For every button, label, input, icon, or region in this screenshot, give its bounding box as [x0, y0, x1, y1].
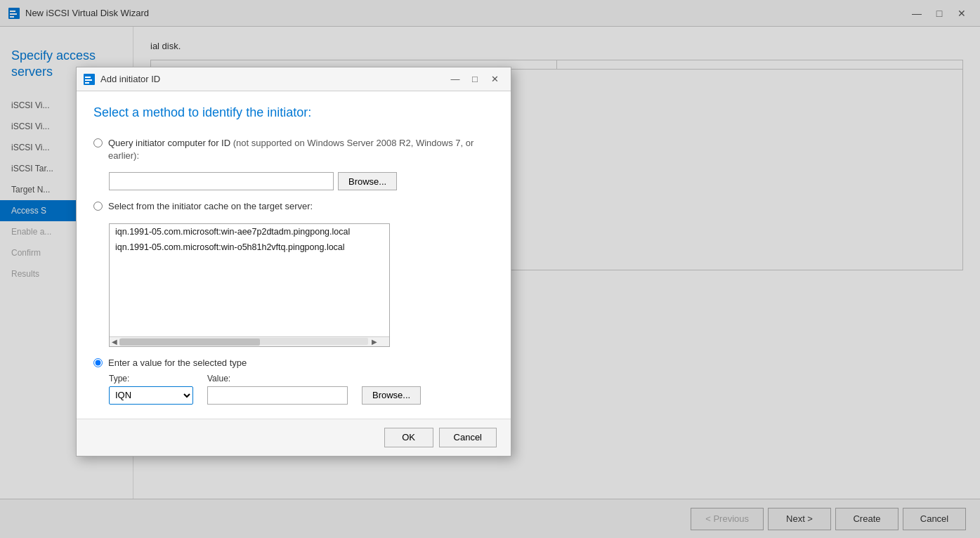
dialog-footer: OK Cancel [77, 419, 511, 456]
dialog-heading: Select a method to identify the initiato… [93, 105, 494, 120]
cache-list-item-2[interactable]: iqn.1991-05.com.microsoft:win-o5h81h2vft… [110, 240, 389, 255]
hscroll-thumb[interactable] [119, 339, 260, 346]
dialog-maximize-button[interactable]: □ [466, 72, 484, 87]
query-browse-button[interactable]: Browse... [338, 172, 397, 190]
query-input-row: Browse... [109, 172, 494, 190]
dialog-ok-button[interactable]: OK [384, 428, 433, 447]
wizard-window: New iSCSI Virtual Disk Wizard — □ ✕ Spec… [0, 0, 980, 538]
query-option-label: Query initiator computer for ID (not sup… [108, 137, 494, 162]
type-select[interactable]: IQN DNS IP MAC [109, 386, 193, 405]
cache-option-row: Select from the initiator cache on the t… [93, 200, 494, 213]
value-field-group: Value: [207, 374, 348, 405]
dialog-title-controls: — □ ✕ [446, 72, 504, 87]
dialog-title-text: Add initiator ID [100, 74, 440, 84]
svg-rect-7 [85, 82, 89, 84]
cache-option-label: Select from the initiator cache on the t… [108, 200, 313, 213]
query-option-row: Query initiator computer for ID (not sup… [93, 137, 494, 162]
value-text-input[interactable] [207, 386, 348, 405]
value-option-row: Enter a value for the selected type [93, 357, 494, 369]
dialog-minimize-button[interactable]: — [446, 72, 464, 87]
dialog-title-bar: Add initiator ID — □ ✕ [77, 67, 511, 91]
type-field-group: Type: IQN DNS IP MAC [109, 374, 193, 405]
cache-list-hscroll: ◀ ▶ [110, 336, 389, 346]
value-option-label: Enter a value for the selected type [108, 357, 247, 369]
svg-rect-6 [85, 79, 92, 81]
value-radio[interactable] [93, 358, 103, 367]
svg-rect-5 [85, 77, 91, 78]
hscroll-right-arrow[interactable]: ▶ [370, 338, 379, 346]
type-label: Type: [109, 374, 193, 383]
value-fields: Type: IQN DNS IP MAC Value: Browse... [109, 374, 494, 405]
dialog-body: Select a method to identify the initiato… [77, 91, 511, 419]
value-label: Value: [207, 374, 348, 383]
cache-list-wrapper: iqn.1991-05.com.microsoft:win-aee7p2dtad… [109, 223, 390, 347]
cache-list[interactable]: iqn.1991-05.com.microsoft:win-aee7p2dtad… [110, 224, 389, 336]
cache-list-item-1[interactable]: iqn.1991-05.com.microsoft:win-aee7p2dtad… [110, 224, 389, 240]
dialog-close-button[interactable]: ✕ [485, 72, 504, 87]
cache-radio[interactable] [93, 202, 103, 211]
value-section: Enter a value for the selected type Type… [93, 357, 494, 405]
add-initiator-dialog: Add initiator ID — □ ✕ Select a method t… [76, 67, 511, 457]
hscroll-track [121, 338, 368, 345]
dialog-cancel-button[interactable]: Cancel [439, 428, 497, 447]
query-text-input[interactable] [109, 172, 334, 190]
dialog-title-icon [84, 74, 95, 85]
value-browse-button[interactable]: Browse... [362, 386, 421, 405]
hscroll-left-arrow[interactable]: ◀ [110, 338, 119, 346]
query-radio[interactable] [93, 138, 103, 147]
